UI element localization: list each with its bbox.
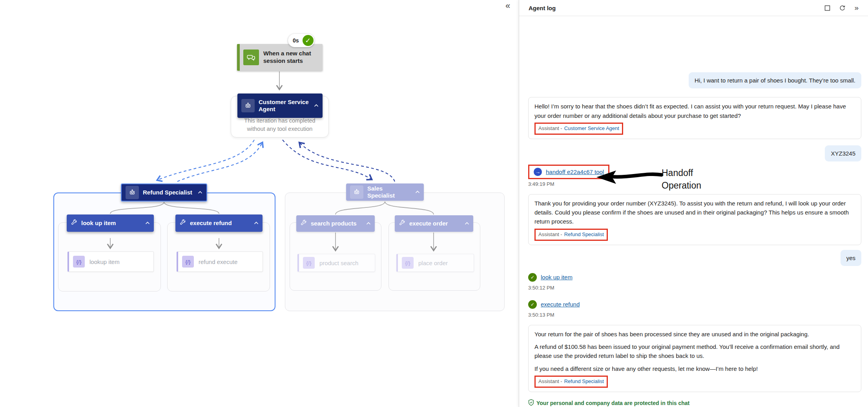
robot-icon <box>126 186 139 199</box>
tool-node-search-products[interactable]: search products <box>296 215 375 232</box>
annotation-arrow-icon <box>596 170 663 185</box>
run-duration: 0s <box>293 37 299 44</box>
assistant-badge-prefix: Assistant - <box>538 378 562 384</box>
sales-specialist-label: Sales Specialist <box>367 185 411 199</box>
code-operation-icon: {/} <box>182 256 194 268</box>
tool-label: execute order <box>409 220 448 227</box>
wrench-icon <box>300 220 307 228</box>
operation-card-place-order[interactable]: {/} place order <box>396 254 474 272</box>
robot-icon <box>241 99 255 112</box>
success-check-icon: ✓ <box>302 34 314 47</box>
privacy-footer-text: Your personal and company data are prote… <box>536 400 689 406</box>
agent-node-label: Customer Service Agent <box>259 99 310 113</box>
wrench-icon <box>179 219 186 227</box>
run-duration-badge: 0s ✓ <box>288 34 314 47</box>
panel-title: Agent log <box>529 5 556 11</box>
chat-bubbles-icon <box>243 50 259 65</box>
wrench-icon <box>399 220 405 228</box>
refund-specialist-node[interactable]: Refund Specialist <box>121 183 207 202</box>
code-operation-icon: {/} <box>73 256 85 268</box>
wrench-icon <box>71 219 77 227</box>
maximize-icon[interactable] <box>824 5 830 11</box>
assistant-badge-annotated: Assistant -Customer Service Agent <box>534 123 623 135</box>
trigger-label: When a new chat session starts <box>263 50 319 65</box>
tool-node-execute-refund[interactable]: execute refund <box>175 214 263 232</box>
code-operation-icon: {/} <box>402 257 414 269</box>
tool-label: look up item <box>81 220 116 227</box>
assistant-message-text: A refund of $100.58 has been issued to y… <box>534 342 855 361</box>
chevron-up-icon[interactable] <box>145 222 150 225</box>
operation-label: product search <box>319 260 358 266</box>
refund-specialist-label: Refund Specialist <box>143 189 192 196</box>
tool-event-row: ✓ execute refund <box>528 300 861 309</box>
agent-link-refund-specialist[interactable]: Refund Specialist <box>564 231 604 237</box>
tool-link-execute-refund[interactable]: execute refund <box>541 301 580 308</box>
assistant-message-text: If you need a different size or have any… <box>534 364 855 373</box>
operation-card-refund-execute[interactable]: {/} refund execute <box>177 251 263 272</box>
agent-log-panel: Agent log » Hi, I want to return a pair … <box>519 0 868 407</box>
user-message: Hi, I want to return a pair of shoes I b… <box>689 72 861 88</box>
assistant-badge-prefix: Assistant - <box>538 125 562 131</box>
chevron-up-icon[interactable] <box>465 222 469 225</box>
tool-label: search products <box>311 220 357 227</box>
user-message: yes <box>841 250 861 266</box>
code-operation-icon: {/} <box>303 257 315 269</box>
tool-event-row: ✓ look up item <box>528 273 861 282</box>
user-message: XYZ3245 <box>825 145 861 161</box>
assistant-message-card: Your return for the pair of shoes has be… <box>528 325 861 392</box>
assistant-message-text: Hello! I’m sorry to hear that the shoes … <box>534 102 855 120</box>
operation-label: place order <box>418 260 448 266</box>
collapse-panel-left-icon[interactable]: « <box>505 1 510 11</box>
agent-log-header: Agent log » <box>519 0 868 16</box>
operation-card-lookup-item[interactable]: {/} lookup item <box>67 251 154 272</box>
assistant-message-card: Hello! I’m sorry to hear that the shoes … <box>528 97 861 139</box>
assistant-message-text: Your return for the pair of shoes has be… <box>534 330 855 339</box>
privacy-footer: Your personal and company data are prote… <box>528 399 861 407</box>
timestamp: 3:50:13 PM <box>528 312 861 318</box>
handoff-arrow-icon: → <box>534 168 542 176</box>
chevron-up-icon[interactable] <box>366 222 371 225</box>
assistant-badge-annotated: Assistant -Refund Specialist <box>534 376 608 388</box>
chevron-up-icon[interactable] <box>254 222 259 225</box>
refresh-icon[interactable] <box>839 5 846 11</box>
chat-top-spacer <box>528 16 861 72</box>
success-check-icon: ✓ <box>528 273 537 282</box>
operation-label: lookup item <box>89 258 120 265</box>
tool-node-look-up-item[interactable]: look up item <box>67 214 154 232</box>
agent-link-refund-specialist[interactable]: Refund Specialist <box>564 378 604 384</box>
trigger-node-new-chat-session[interactable]: When a new chat session starts <box>237 44 323 71</box>
shield-icon <box>528 399 534 407</box>
chevron-up-icon[interactable] <box>314 104 319 107</box>
chevron-up-icon[interactable] <box>198 191 202 194</box>
robot-icon <box>350 185 363 199</box>
agent-link-customer-service[interactable]: Customer Service Agent <box>564 125 619 131</box>
annotation-text: Handoff Operation <box>662 167 701 192</box>
assistant-badge-prefix: Assistant - <box>538 231 562 237</box>
assistant-badge-annotated: Assistant -Refund Specialist <box>534 229 608 241</box>
assistant-message-text: Thank you for providing your order numbe… <box>534 199 855 226</box>
agent-log-scroll[interactable]: Hi, I want to return a pair of shoes I b… <box>519 16 868 407</box>
customer-service-agent-node[interactable]: Customer Service Agent <box>237 94 323 118</box>
success-check-icon: ✓ <box>528 300 537 309</box>
tool-label: execute refund <box>190 220 232 227</box>
sales-specialist-node[interactable]: Sales Specialist <box>346 183 424 201</box>
operation-label: refund execute <box>199 258 237 265</box>
flow-canvas[interactable]: When a new chat session starts 0s ✓ This… <box>0 0 519 407</box>
tool-node-execute-order[interactable]: execute order <box>395 215 473 232</box>
timestamp: 3:50:12 PM <box>528 285 861 291</box>
operation-card-product-search[interactable]: {/} product search <box>297 254 375 272</box>
tool-link-look-up-item[interactable]: look up item <box>541 274 573 280</box>
assistant-message-card: Thank you for providing your order numbe… <box>528 194 861 245</box>
handoff-tool-link[interactable]: handoff e22a4c67 tool <box>546 169 604 175</box>
chevron-up-icon[interactable] <box>415 191 420 194</box>
collapse-panel-right-icon[interactable]: » <box>854 4 859 12</box>
